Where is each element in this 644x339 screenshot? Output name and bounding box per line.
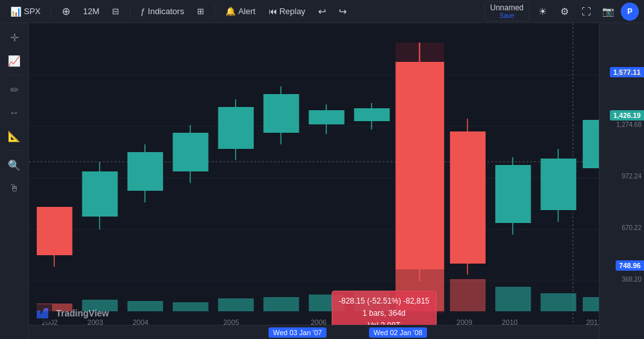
watchlist-icon: ☀ — [538, 6, 547, 17]
svg-rect-53 — [495, 165, 531, 223]
svg-rect-29 — [128, 152, 163, 191]
svg-rect-21 — [583, 297, 599, 311]
timeframe-label: 12M — [83, 6, 99, 16]
svg-rect-50 — [450, 131, 486, 264]
fullscreen-button[interactable]: ⛶ — [577, 3, 595, 21]
svg-rect-15 — [308, 295, 344, 311]
add-button[interactable]: ⊕ — [57, 3, 75, 20]
replay-icon: ⏮ — [269, 6, 277, 16]
replay-button[interactable]: ⏮ Replay — [263, 4, 310, 19]
fullscreen-icon: ⛶ — [582, 6, 591, 17]
watchlist-button[interactable]: ☀ — [533, 3, 551, 21]
svg-rect-18 — [450, 279, 486, 311]
redo-icon: ↪ — [339, 6, 347, 17]
candle-icon: ⊟ — [112, 6, 119, 16]
undo-icon: ↩ — [318, 6, 327, 17]
compare-button[interactable]: ⊞ — [192, 4, 209, 19]
zoom-tool[interactable]: 🔍 — [4, 155, 24, 175]
measure-tool[interactable]: ↔ — [4, 102, 24, 123]
tradingview-logo: TradingView — [34, 304, 109, 322]
svg-rect-14 — [263, 297, 299, 311]
redo-button[interactable]: ↪ — [334, 3, 352, 21]
indicators-label: Indicators — [148, 6, 184, 16]
svg-rect-47 — [395, 62, 444, 269]
candlestick-chart: 2002 2003 2004 2005 2006 2009 2010 2011 — [29, 23, 599, 339]
gear-icon: ⚙ — [560, 6, 569, 17]
lt-sep1 — [6, 75, 22, 75]
svg-rect-13 — [218, 298, 254, 311]
crosshair-tool[interactable]: ✛ — [4, 27, 24, 48]
avatar-text: P — [627, 7, 632, 16]
svg-rect-11 — [128, 301, 163, 311]
indicators-button[interactable]: ƒ Indicators — [135, 4, 189, 19]
symbol-label: SPX — [24, 6, 41, 16]
date-badge-1: Wed 03 Jan '07 — [269, 327, 327, 338]
date-badge-2: Wed 02 Jan '08 — [369, 327, 427, 338]
named-title: Unnamed — [490, 3, 524, 12]
price-label-3: 972.24 — [621, 173, 641, 180]
unnamed-button[interactable]: Unnamed Save — [484, 1, 529, 21]
plus-icon: ⊕ — [62, 5, 70, 17]
svg-rect-12 — [173, 302, 208, 311]
angle-tool[interactable]: 📐 — [4, 126, 24, 146]
cursor-tool[interactable]: 🖱 — [4, 178, 24, 199]
chart-area[interactable]: 2002 2003 2004 2005 2006 2009 2010 2011 … — [29, 23, 599, 339]
save-sub: Save — [500, 12, 515, 19]
svg-rect-26 — [82, 171, 117, 217]
compare-icon: ⊞ — [197, 6, 204, 16]
price-axis: 1,577.11 1,426.19 748.96 1,577.11 1,274.… — [599, 23, 644, 339]
user-avatar[interactable]: P — [621, 3, 639, 21]
svg-rect-59 — [583, 120, 599, 168]
camera-icon: 📷 — [602, 6, 614, 17]
alert-button[interactable]: 🔔 Alert — [220, 4, 261, 19]
alert-icon: 🔔 — [225, 6, 236, 16]
brush-tool[interactable]: ✏ — [4, 79, 24, 100]
settings-button[interactable]: ⚙ — [555, 3, 573, 21]
price-badge-mid: 1,426.19 — [610, 110, 644, 121]
price-label-1: 1,577.11 — [616, 70, 641, 77]
chart-type-button[interactable]: ⊟ — [107, 4, 124, 19]
tv-logo-icon — [34, 304, 52, 322]
alert-label: Alert — [238, 6, 256, 16]
svg-rect-38 — [263, 94, 299, 133]
price-label-2: 1,274.68 — [616, 121, 641, 128]
trend-line-tool[interactable]: 📈 — [4, 50, 24, 71]
price-label-5: 368.20 — [621, 276, 641, 283]
timeframe-selector[interactable]: 12M — [78, 4, 104, 19]
separator — [51, 5, 52, 18]
svg-rect-16 — [354, 292, 390, 311]
separator2 — [129, 5, 130, 18]
lt-sep2 — [6, 150, 22, 151]
svg-rect-20 — [540, 293, 576, 311]
undo-button[interactable]: ↩ — [313, 3, 331, 21]
svg-rect-19 — [495, 287, 531, 311]
chart-icon: 📊 — [10, 6, 21, 17]
svg-rect-35 — [218, 107, 254, 149]
separator3 — [214, 5, 215, 18]
price-badge-low: 748.96 — [616, 260, 644, 271]
svg-rect-41 — [308, 110, 344, 124]
svg-rect-44 — [354, 108, 390, 121]
toolbar-right: Unnamed Save ☀ ⚙ ⛶ 📷 P — [484, 1, 639, 21]
price-label-4: 670.22 — [621, 224, 641, 231]
replay-label: Replay — [279, 6, 305, 16]
indicators-icon: ƒ — [140, 6, 145, 16]
svg-rect-23 — [37, 207, 72, 255]
drawing-toolbar: ✛ 📈 ✏ ↔ 📐 🔍 🖱 — [0, 23, 29, 339]
screenshot-button[interactable]: 📷 — [599, 3, 617, 21]
tv-logo-text: TradingView — [56, 308, 109, 318]
time-axis: Wed 03 Jan '07 Wed 02 Jan '08 — [29, 325, 599, 339]
svg-rect-32 — [173, 133, 208, 171]
svg-rect-56 — [540, 159, 576, 210]
symbol-selector[interactable]: 📊 SPX — [5, 4, 46, 19]
main-area: ✛ 📈 ✏ ↔ 📐 🔍 🖱 — [0, 23, 644, 339]
toolbar: 📊 SPX ⊕ 12M ⊟ ƒ Indicators ⊞ 🔔 Alert ⏮ R… — [0, 0, 644, 23]
